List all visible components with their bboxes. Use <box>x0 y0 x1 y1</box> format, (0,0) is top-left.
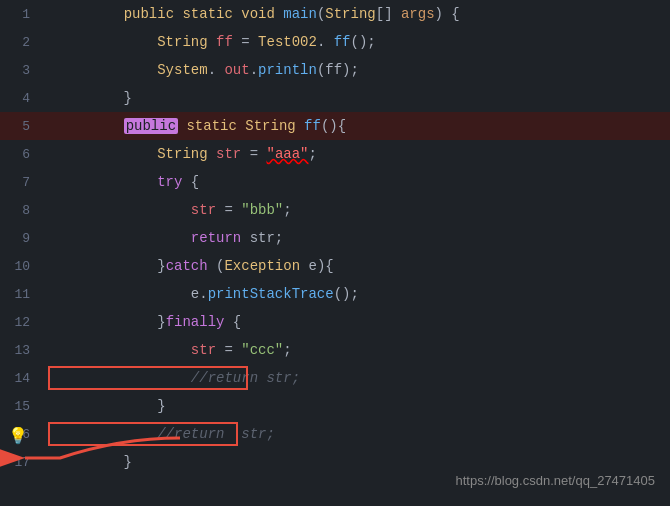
line-num-2: 2 <box>0 35 40 50</box>
line-num-12: 12 <box>0 315 40 330</box>
line-num-5: 5 <box>0 119 40 134</box>
line-num-4: 4 <box>0 91 40 106</box>
line-num-10: 10 <box>0 259 40 274</box>
line-num-9: 9 <box>0 231 40 246</box>
line-num-8: 8 <box>0 203 40 218</box>
line-num-15: 15 <box>0 399 40 414</box>
line-num-13: 13 <box>0 343 40 358</box>
line-num-1: 1 <box>0 7 40 22</box>
watermark: https://blog.csdn.net/qq_27471405 <box>456 473 656 488</box>
red-arrow <box>0 418 200 478</box>
line-num-11: 11 <box>0 287 40 302</box>
code-editor: 1 public static void main(String[] args)… <box>0 0 670 506</box>
line-num-3: 3 <box>0 63 40 78</box>
line-num-14: 14 <box>0 371 40 386</box>
line-num-6: 6 <box>0 147 40 162</box>
line-num-7: 7 <box>0 175 40 190</box>
